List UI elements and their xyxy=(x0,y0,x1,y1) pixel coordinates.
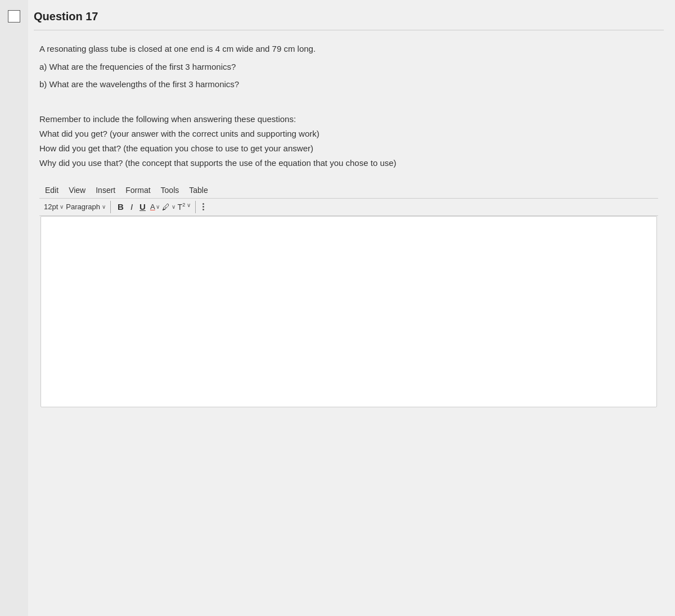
question-body: A resonating glass tube is closed at one… xyxy=(34,42,664,407)
bold-button[interactable]: B xyxy=(115,201,126,213)
paragraph-chevron: ∨ xyxy=(102,204,106,210)
menu-tools[interactable]: Tools xyxy=(161,186,179,195)
font-size-select[interactable]: 12pt ∨ xyxy=(44,203,64,211)
answer-text-area[interactable] xyxy=(40,216,657,407)
dot1 xyxy=(202,203,204,205)
font-color-chevron: ∨ xyxy=(156,204,160,210)
instruction-line3: Why did you use that? (the concept that … xyxy=(39,156,658,170)
underline-button[interactable]: U xyxy=(137,201,148,213)
superscript-label: T2 xyxy=(178,202,186,212)
menu-table[interactable]: Table xyxy=(189,186,208,195)
menu-format[interactable]: Format xyxy=(125,186,150,195)
instructions-section: Remember to include the following when a… xyxy=(39,112,658,171)
font-size-label: 12pt xyxy=(44,203,58,211)
superscript-chevron: ∨ xyxy=(187,202,191,208)
italic-button[interactable]: I xyxy=(128,201,135,213)
page-container: Question 17 A resonating glass tube is c… xyxy=(0,0,675,616)
editor-menubar: Edit View Insert Format Tools Table xyxy=(39,182,658,198)
font-color-label: A xyxy=(150,203,155,211)
more-options-button[interactable] xyxy=(200,202,206,212)
editor-toolbar: 12pt ∨ Paragraph ∨ B I xyxy=(39,198,658,216)
paragraph-label: Paragraph xyxy=(66,203,100,211)
toolbar-divider-1 xyxy=(110,201,111,213)
main-content: Question 17 A resonating glass tube is c… xyxy=(28,0,675,616)
question-title: Question 17 xyxy=(34,10,98,23)
menu-insert[interactable]: Insert xyxy=(96,186,115,195)
question-intro: A resonating glass tube is closed at one… xyxy=(39,42,658,56)
paragraph-select[interactable]: Paragraph ∨ xyxy=(66,203,106,211)
highlight-icon: 🖊 xyxy=(162,203,170,212)
question-checkbox[interactable] xyxy=(8,10,20,23)
instruction-header: Remember to include the following when a… xyxy=(39,112,658,127)
dot2 xyxy=(202,206,204,208)
editor-container: Edit View Insert Format Tools Table 12pt… xyxy=(39,182,658,407)
question-header: Question 17 xyxy=(34,6,664,30)
question-part-b: b) What are the wavelengths of the first… xyxy=(39,77,658,92)
menu-view[interactable]: View xyxy=(69,186,86,195)
font-color-select[interactable]: A ∨ xyxy=(150,203,160,211)
toolbar-divider-2 xyxy=(195,201,196,213)
left-sidebar xyxy=(0,0,28,616)
highlight-chevron: ∨ xyxy=(172,204,176,210)
question-part-a: a) What are the frequencies of the first… xyxy=(39,60,658,74)
dot3 xyxy=(202,209,204,210)
instruction-line2: How did you get that? (the equation you … xyxy=(39,141,658,156)
instruction-line1: What did you get? (your answer with the … xyxy=(39,127,658,141)
superscript-select[interactable]: T2 ∨ xyxy=(178,202,191,212)
font-size-chevron: ∨ xyxy=(60,204,64,210)
highlight-select[interactable]: 🖊 ∨ xyxy=(162,203,176,212)
menu-edit[interactable]: Edit xyxy=(45,186,58,195)
